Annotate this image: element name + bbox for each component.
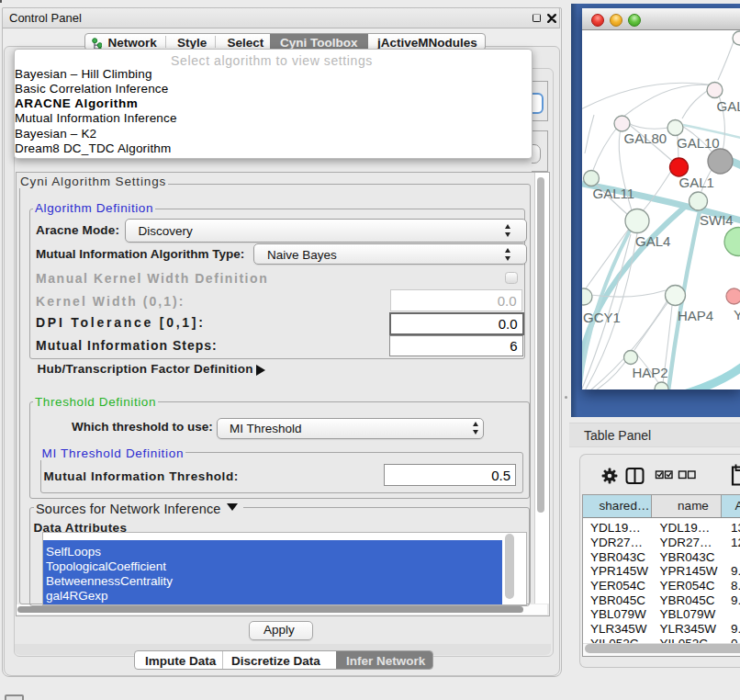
svg-text:HAP2: HAP2 [632, 365, 667, 380]
svg-text:GAL11: GAL11 [592, 186, 634, 201]
svg-text:SWI4: SWI4 [700, 211, 734, 227]
svg-text:GAL10: GAL10 [677, 135, 720, 151]
svg-text:YJL21: YJL21 [734, 306, 740, 322]
svg-text:GAL7: GAL7 [716, 98, 740, 114]
svg-text:GCY1: GCY1 [583, 309, 621, 324]
svg-text:GAL4: GAL4 [635, 232, 670, 248]
svg-text:GAL80: GAL80 [623, 130, 667, 145]
svg-text:HAP4: HAP4 [678, 307, 713, 322]
svg-text:GAL1: GAL1 [678, 174, 713, 189]
